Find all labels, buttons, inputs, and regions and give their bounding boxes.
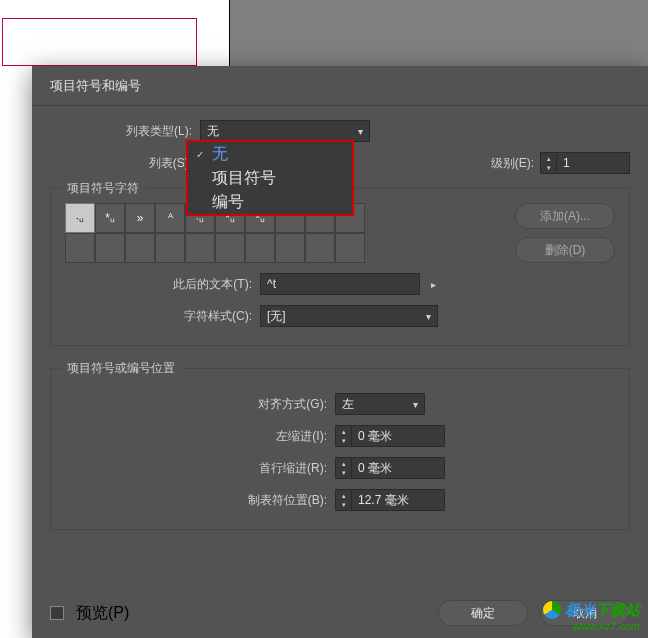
preview-label: 预览(P) <box>76 603 129 624</box>
align-select[interactable]: 左 ▾ <box>335 393 425 415</box>
dialog-title: 项目符号和编号 <box>32 66 648 106</box>
char-style-select[interactable]: [无] ▾ <box>260 305 438 327</box>
first-indent-label: 首行缩进(R): <box>65 460 335 477</box>
position-legend: 项目符号或编号位置 <box>61 360 181 377</box>
chevron-up-icon: ▴ <box>342 459 346 468</box>
dropdown-item-bullets[interactable]: 项目符号 <box>188 166 352 190</box>
check-icon: ✓ <box>196 149 212 160</box>
glyph-cell[interactable] <box>125 233 155 263</box>
delete-button[interactable]: 删除(D) <box>515 237 615 263</box>
chevron-down-icon: ▾ <box>358 126 363 137</box>
glyph-cell[interactable]: ·ᵤ <box>65 203 95 233</box>
dialog-footer: 预览(P) 确定 取消 <box>32 588 648 638</box>
glyph-cell[interactable] <box>215 233 245 263</box>
level-label: 级别(E): <box>491 155 534 172</box>
level-value: 1 <box>557 156 629 170</box>
cancel-button[interactable]: 取消 <box>540 600 630 626</box>
list-type-select[interactable]: 无 ▾ <box>200 120 370 142</box>
chevron-down-icon: ▾ <box>547 163 551 172</box>
text-after-label: 此后的文本(T): <box>65 276 260 293</box>
list-label: 列表(S): <box>50 155 200 172</box>
glyph-cell[interactable]: » <box>125 203 155 233</box>
glyph-cell[interactable] <box>245 233 275 263</box>
glyph-cell[interactable] <box>95 233 125 263</box>
dropdown-item-none[interactable]: ✓ 无 <box>188 142 352 166</box>
position-group: 项目符号或编号位置 对齐方式(G): 左 ▾ 左缩进(I): ▴▾ 0 毫米 首… <box>50 368 630 530</box>
glyph-cell[interactable]: ᴬ <box>155 203 185 233</box>
list-type-value: 无 <box>207 123 219 140</box>
document-frame <box>2 18 197 66</box>
list-type-label: 列表类型(L): <box>50 123 200 140</box>
chevron-down-icon: ▾ <box>342 436 346 445</box>
glyph-cell[interactable]: *ᵤ <box>95 203 125 233</box>
dropdown-item-numbers[interactable]: 编号 <box>188 190 352 214</box>
chevron-up-icon: ▴ <box>547 154 551 163</box>
tab-pos-stepper[interactable]: ▴▾ 12.7 毫米 <box>335 489 445 511</box>
preview-checkbox[interactable] <box>50 606 64 620</box>
tab-pos-label: 制表符位置(B): <box>65 492 335 509</box>
chevron-down-icon: ▾ <box>413 399 418 410</box>
glyph-cell[interactable] <box>65 233 95 263</box>
add-button[interactable]: 添加(A)... <box>515 203 615 229</box>
chevron-down-icon: ▾ <box>426 311 431 322</box>
glyph-cell[interactable] <box>335 233 365 263</box>
bullet-char-legend: 项目符号字符 <box>61 180 145 197</box>
first-indent-stepper[interactable]: ▴▾ 0 毫米 <box>335 457 445 479</box>
ok-button[interactable]: 确定 <box>438 600 528 626</box>
text-after-field[interactable]: ^t <box>260 273 420 295</box>
text-after-menu-icon[interactable]: ▸ <box>424 273 442 295</box>
char-style-label: 字符样式(C): <box>65 308 260 325</box>
level-stepper[interactable]: ▴▾ 1 <box>540 152 630 174</box>
glyph-cell[interactable] <box>275 233 305 263</box>
chevron-down-icon: ▾ <box>342 468 346 477</box>
left-indent-label: 左缩进(I): <box>65 428 335 445</box>
align-label: 对齐方式(G): <box>65 396 335 413</box>
glyph-cell[interactable] <box>185 233 215 263</box>
glyph-cell[interactable] <box>305 233 335 263</box>
chevron-up-icon: ▴ <box>342 427 346 436</box>
glyph-cell[interactable] <box>155 233 185 263</box>
chevron-down-icon: ▾ <box>342 500 346 509</box>
list-type-dropdown: ✓ 无 项目符号 编号 <box>186 140 354 216</box>
chevron-up-icon: ▴ <box>342 491 346 500</box>
left-indent-stepper[interactable]: ▴▾ 0 毫米 <box>335 425 445 447</box>
